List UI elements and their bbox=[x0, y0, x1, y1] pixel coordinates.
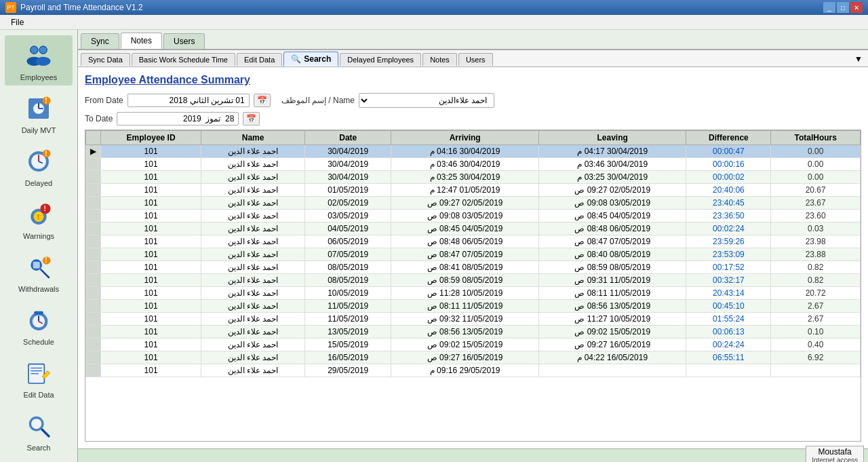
name-group: Name / إسم الموظف احمد علاءالدين bbox=[281, 93, 494, 108]
table-row[interactable]: 101احمد علاء الدين02/05/201902/05/2019 0… bbox=[86, 197, 861, 210]
sidebar-item-delayed[interactable]: ! Delayed bbox=[5, 141, 73, 191]
cell-id: 101 bbox=[101, 197, 201, 210]
col-name: Name bbox=[201, 131, 305, 145]
cell-difference: 00:32:17 bbox=[686, 274, 771, 287]
cell-date: 16/05/2019 bbox=[305, 351, 391, 364]
cell-name: احمد علاء الدين bbox=[201, 235, 305, 248]
row-arrow bbox=[86, 313, 101, 326]
col-arriving: Arriving bbox=[391, 131, 539, 145]
cell-id: 101 bbox=[101, 223, 201, 235]
from-date-calendar-button[interactable]: 📅 bbox=[254, 94, 271, 107]
attendance-table-container: Employee ID Name Date Arriving Leaving D… bbox=[85, 130, 861, 442]
file-menu[interactable]: File bbox=[5, 16, 29, 28]
table-row[interactable]: 101احمد علاء الدين06/05/201906/05/2019 0… bbox=[86, 235, 861, 248]
tab-notes[interactable]: Notes bbox=[121, 33, 162, 49]
second-tab-users[interactable]: Users bbox=[458, 53, 493, 66]
row-arrow bbox=[86, 339, 101, 351]
cell-date: 08/05/2019 bbox=[305, 261, 391, 274]
cell-id: 101 bbox=[101, 313, 201, 326]
cell-leaving: 11/05/2019 09:31 ص bbox=[538, 274, 686, 287]
cell-total-hours: 20.72 bbox=[771, 287, 861, 300]
tab-sync[interactable]: Sync bbox=[81, 33, 119, 49]
svg-rect-31 bbox=[34, 311, 43, 315]
from-date-input[interactable] bbox=[127, 94, 250, 107]
cell-arriving: 15/05/2019 09:02 ص bbox=[391, 339, 539, 351]
table-row[interactable]: 101احمد علاء الدين01/05/201901/05/2019 1… bbox=[86, 184, 861, 197]
svg-rect-24 bbox=[33, 262, 40, 269]
cell-arriving: 03/05/2019 09:08 ص bbox=[391, 210, 539, 223]
minimize-button[interactable]: _ bbox=[823, 2, 835, 13]
table-row[interactable]: 101احمد علاء الدين07/05/201907/05/2019 0… bbox=[86, 248, 861, 261]
sidebar-item-employees[interactable]: Employees bbox=[5, 35, 73, 85]
cell-total-hours: 23.60 bbox=[771, 210, 861, 223]
name-label: Name / إسم الموظف bbox=[281, 96, 355, 105]
cell-difference: 23:40:45 bbox=[686, 197, 771, 210]
cell-total-hours: 23.98 bbox=[771, 235, 861, 248]
cell-date: 15/05/2019 bbox=[305, 339, 391, 351]
table-row[interactable]: 101احمد علاء الدين30/04/201930/04/2019 0… bbox=[86, 171, 861, 184]
sidebar-item-edit-data[interactable]: Edit Data bbox=[5, 353, 73, 403]
cell-date: 06/05/2019 bbox=[305, 235, 391, 248]
title-bar: PT Payroll and Time Attendance V1.2 _ □ … bbox=[0, 0, 868, 15]
from-date-label: From Date bbox=[85, 96, 123, 105]
table-row[interactable]: 101احمد علاء الدين29/05/201929/05/2019 0… bbox=[86, 364, 861, 377]
sidebar-item-schedule[interactable]: Schedule bbox=[5, 300, 73, 350]
row-arrow bbox=[86, 287, 101, 300]
maximize-button[interactable]: □ bbox=[837, 2, 849, 13]
table-row[interactable]: 101احمد علاء الدين15/05/201915/05/2019 0… bbox=[86, 339, 861, 351]
to-date-input[interactable] bbox=[117, 112, 239, 126]
sidebar: Employees ! Daily MVT bbox=[0, 30, 78, 462]
cell-difference: 20:40:06 bbox=[686, 184, 771, 197]
window-controls: _ □ ✕ bbox=[823, 2, 863, 13]
row-arrow bbox=[86, 197, 101, 210]
second-tab-basic-schedule[interactable]: Basic Work Schedule Time bbox=[132, 53, 235, 66]
cell-name: احمد علاء الدين bbox=[201, 171, 305, 184]
close-button[interactable]: ✕ bbox=[850, 2, 863, 13]
app-icon: PT bbox=[5, 2, 16, 13]
table-row[interactable]: 101احمد علاء الدين08/05/201908/05/2019 0… bbox=[86, 261, 861, 274]
table-row[interactable]: 101احمد علاء الدين10/05/201910/05/2019 1… bbox=[86, 287, 861, 300]
second-tab-sync-data[interactable]: Sync Data bbox=[81, 53, 130, 66]
table-row[interactable]: 101احمد علاء الدين16/05/201916/05/2019 0… bbox=[86, 351, 861, 364]
menu-bar: File bbox=[0, 15, 868, 30]
daily-mvt-label: Daily MVT bbox=[22, 126, 56, 134]
row-arrow bbox=[86, 261, 101, 274]
second-tabs: Sync Data Basic Work Schedule Time Edit … bbox=[78, 50, 868, 67]
table-row[interactable]: 101احمد علاء الدين13/05/201913/05/2019 0… bbox=[86, 326, 861, 339]
to-date-calendar-button[interactable]: 📅 bbox=[243, 112, 260, 126]
cell-leaving: 30/04/2019 03:46 م bbox=[538, 158, 686, 171]
table-row[interactable]: 101احمد علاء الدين03/05/201903/05/2019 0… bbox=[86, 210, 861, 223]
name-select[interactable]: احمد علاءالدين bbox=[359, 93, 494, 108]
cell-arriving: 30/04/2019 04:16 م bbox=[391, 145, 539, 158]
cell-total-hours: 0.40 bbox=[771, 339, 861, 351]
table-row[interactable]: 101احمد علاء الدين04/05/201904/05/2019 0… bbox=[86, 223, 861, 235]
row-arrow: ▶ bbox=[86, 145, 101, 158]
cell-total-hours: 0.10 bbox=[771, 326, 861, 339]
tab-overflow-arrow[interactable]: ▼ bbox=[852, 53, 865, 65]
table-row[interactable]: 101احمد علاء الدين30/04/201930/04/2019 0… bbox=[86, 158, 861, 171]
cell-total-hours: 23.88 bbox=[771, 248, 861, 261]
cell-difference: 00:17:52 bbox=[686, 261, 771, 274]
second-tab-edit-data[interactable]: Edit Data bbox=[237, 53, 282, 66]
sidebar-item-search[interactable]: Search bbox=[5, 406, 73, 456]
sidebar-item-withdrawals[interactable]: ! Withdrawals bbox=[5, 247, 73, 297]
cell-arriving: 04/05/2019 08:45 ص bbox=[391, 223, 539, 235]
tab-users[interactable]: Users bbox=[163, 33, 205, 49]
table-row[interactable]: 101احمد علاء الدين08/05/201908/05/2019 0… bbox=[86, 274, 861, 287]
second-tab-search[interactable]: 🔍Search bbox=[283, 52, 338, 66]
svg-line-38 bbox=[42, 429, 49, 436]
status-connection: Internet access bbox=[812, 457, 858, 462]
cell-total-hours: 0.82 bbox=[771, 274, 861, 287]
table-row[interactable]: 101احمد علاء الدين11/05/201911/05/2019 0… bbox=[86, 313, 861, 326]
cell-date: 10/05/2019 bbox=[305, 287, 391, 300]
second-tab-notes[interactable]: Notes bbox=[422, 53, 457, 66]
cell-arriving: 08/05/2019 08:59 ص bbox=[391, 274, 539, 287]
sidebar-item-warnings[interactable]: ! ! Warnings bbox=[5, 194, 73, 244]
table-row[interactable]: ▶101احمد علاء الدين30/04/201930/04/2019 … bbox=[86, 145, 861, 158]
cell-name: احمد علاء الدين bbox=[201, 145, 305, 158]
table-row[interactable]: 101احمد علاء الدين11/05/201911/05/2019 0… bbox=[86, 300, 861, 313]
edit-data-icon bbox=[22, 357, 55, 389]
second-tab-delayed[interactable]: Delayed Employees bbox=[340, 53, 421, 66]
sidebar-item-daily-mvt[interactable]: ! Daily MVT bbox=[5, 88, 73, 138]
col-leaving: Leaving bbox=[538, 131, 686, 145]
